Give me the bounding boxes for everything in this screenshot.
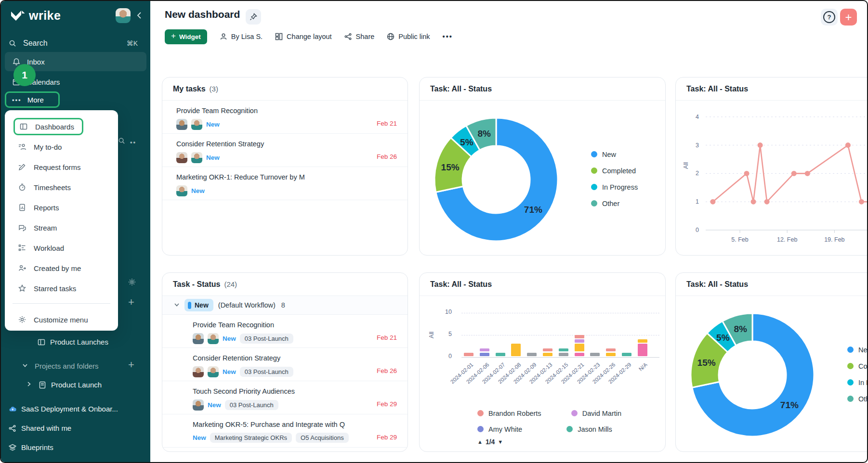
legend-item[interactable]: New [847, 345, 868, 355]
task-row[interactable]: Provide Team Recognition New 03 Post-Lau… [162, 315, 408, 348]
change-layout-button[interactable]: Change layout [275, 33, 332, 40]
legend-item[interactable]: Completed [847, 361, 868, 371]
page-down-icon[interactable]: ▼ [498, 439, 503, 445]
legend-item[interactable]: Other [847, 394, 868, 404]
task-row[interactable]: Marketing OKR-1: Reduce Turnover by M Ne… [162, 167, 408, 200]
global-add-button[interactable]: + [840, 9, 857, 26]
menu-item-label: Dashboards [35, 123, 74, 131]
task-title[interactable]: Provide Team Recognition [176, 107, 397, 115]
sidebar-item-projects-folders[interactable]: Projects and folders [22, 362, 99, 370]
assignee-avatar[interactable] [208, 366, 219, 377]
space-search-icon[interactable] [118, 137, 125, 146]
status-group-row[interactable]: New (Default Workflow) 8 [162, 296, 408, 315]
assignee-avatar[interactable] [191, 119, 202, 130]
task-title[interactable]: Marketing OKR-5: Purchase and Integrate … [193, 421, 397, 428]
sidebar-item-blueprints[interactable]: Blueprints [9, 443, 53, 451]
task-row[interactable]: Marketing OKR-1: Reduce Turnover by M [162, 448, 408, 452]
folder-tag[interactable]: 03 Post-Launch [240, 334, 293, 344]
legend-dot [847, 347, 854, 353]
task-title[interactable]: Provide Team Recognition [193, 321, 397, 329]
sidebar-item-product-launch[interactable]: Product Launch [26, 381, 102, 389]
legend-item[interactable]: Other [591, 198, 638, 208]
legend-item[interactable]: David Martin [571, 408, 621, 418]
widget-status-donut: Task: All - Status 71%15%5%8% New Comple… [419, 77, 666, 256]
sidebar-item-saas-deployment[interactable]: SaaS Deployment & Onboar... [9, 405, 118, 413]
menu-item-workload[interactable]: Workload [5, 238, 118, 258]
assignee-avatar[interactable] [193, 366, 204, 377]
task-row[interactable]: Consider Retention Strategy New 03 Post-… [162, 348, 408, 381]
tree-item-label: Blueprints [21, 443, 53, 451]
legend-dot [591, 151, 597, 157]
person-icon [220, 33, 227, 40]
widget-status-line: Task: All - Status 012345. Feb12. Feb19.… [675, 77, 868, 256]
pin-dashboard-button[interactable] [246, 9, 261, 25]
svg-text:19. Feb: 19. Feb [824, 236, 844, 243]
legend-item[interactable]: In Progress [847, 377, 868, 387]
legend-item[interactable]: Brandon Roberts [477, 408, 541, 418]
task-title[interactable]: Marketing OKR-1: Reduce Turnover by M [176, 173, 397, 181]
add-project-icon[interactable]: + [128, 361, 134, 369]
menu-item-created-by-me[interactable]: Created by me [5, 258, 118, 278]
task-status-link[interactable]: New [223, 335, 236, 342]
task-title[interactable]: Consider Retention Strategy [193, 354, 397, 362]
sidebar-item-more[interactable]: ••• More [5, 91, 60, 108]
menu-item-reports[interactable]: Reports [5, 197, 118, 218]
legend-item[interactable]: In Progress [591, 182, 638, 192]
menu-item-request-forms[interactable]: Request forms [5, 157, 118, 177]
author-button[interactable]: By Lisa S. [220, 33, 263, 40]
task-title[interactable]: Touch Second Priority Audiences [193, 387, 397, 395]
folder-tag[interactable]: 03 Post-Launch [240, 367, 293, 377]
assignee-avatar[interactable] [176, 185, 187, 196]
more-flyout-menu: Dashboards My to-do Request forms Timesh… [5, 110, 118, 331]
legend-item[interactable]: Amy White [477, 424, 522, 434]
legend-item[interactable]: New [591, 149, 638, 159]
task-status-link[interactable]: New [223, 368, 236, 375]
status-badge: New [184, 299, 213, 311]
help-button[interactable]: ? [821, 9, 838, 26]
page-up-icon[interactable]: ▲ [477, 439, 483, 445]
assignee-avatar[interactable] [176, 152, 187, 163]
wrike-logo[interactable]: wrike [11, 9, 61, 23]
toolbar-more-icon[interactable]: ••• [443, 33, 453, 40]
space-more-icon[interactable]: •• [130, 139, 136, 146]
task-status-link[interactable]: New [206, 154, 220, 161]
assignee-avatar[interactable] [193, 333, 204, 344]
task-status-link[interactable]: New [191, 187, 205, 194]
task-row[interactable]: Marketing OKR-5: Purchase and Integrate … [162, 414, 408, 448]
sidebar-item-product-launches[interactable]: Product Launches [38, 338, 108, 346]
assignee-avatar[interactable] [176, 119, 187, 130]
public-link-button[interactable]: Public link [387, 33, 430, 40]
assignee-avatar[interactable] [191, 152, 202, 163]
folder-tag[interactable]: 03 Post-Launch [225, 400, 278, 410]
share-button[interactable]: Share [344, 33, 375, 40]
assignee-avatar[interactable] [208, 333, 219, 344]
task-status-link[interactable]: New [206, 121, 220, 128]
widget-title: Task - Status [173, 280, 220, 289]
menu-item-timesheets[interactable]: Timesheets [5, 177, 118, 197]
chevron-down-icon[interactable] [174, 301, 180, 309]
task-row[interactable]: Consider Retention Strategy New Feb 26 [162, 134, 408, 167]
menu-item-stream[interactable]: Stream [5, 218, 118, 238]
legend-dot [591, 184, 597, 190]
menu-item-starred-tasks[interactable]: Starred tasks [5, 278, 118, 298]
user-avatar[interactable] [116, 8, 131, 23]
task-row[interactable]: Provide Team Recognition New Feb 21 [162, 101, 408, 134]
space-settings-gear-icon[interactable] [128, 278, 136, 288]
legend-item[interactable]: Completed [591, 166, 638, 176]
add-space-icon[interactable]: + [128, 298, 134, 306]
menu-item-my-todo[interactable]: My to-do [5, 137, 118, 157]
sidebar-search[interactable]: Search ⌘K [9, 36, 144, 51]
add-widget-button[interactable]: + Widget [165, 29, 207, 44]
task-title[interactable]: Consider Retention Strategy [176, 140, 397, 148]
folder-tag[interactable]: Marketing Strategic OKRs [210, 433, 292, 443]
task-status-link[interactable]: New [193, 434, 206, 441]
collapse-sidebar-icon[interactable] [136, 12, 144, 21]
folder-tag[interactable]: O5 Acquisitions [296, 433, 349, 443]
legend-item[interactable]: Jason Mills [566, 424, 612, 434]
menu-item-customize-menu[interactable]: Customize menu [5, 309, 118, 330]
task-row[interactable]: Touch Second Priority Audiences New 03 P… [162, 381, 408, 414]
task-status-link[interactable]: New [208, 401, 221, 409]
sidebar-item-shared-with-me[interactable]: Shared with me [9, 424, 71, 432]
menu-item-dashboards[interactable]: Dashboards [5, 116, 118, 137]
assignee-avatar[interactable] [193, 399, 204, 411]
